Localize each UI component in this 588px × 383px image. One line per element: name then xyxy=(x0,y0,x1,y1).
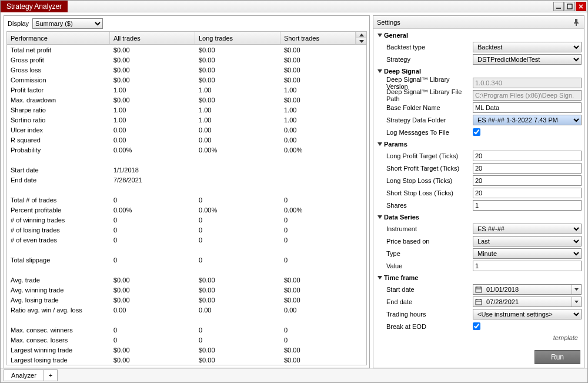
base-folder-label: Base Folder Name xyxy=(376,104,473,111)
display-select[interactable]: Summary ($) xyxy=(32,18,103,29)
chevron-down-icon[interactable] xyxy=(356,38,366,44)
instrument-label: Instrument xyxy=(376,225,473,232)
run-button[interactable]: Run xyxy=(534,350,580,364)
metric-short: 0 xyxy=(280,337,366,344)
metric-short: $0.00 xyxy=(280,287,366,294)
chevron-down-icon[interactable] xyxy=(572,297,581,307)
metric-all: $0.00 xyxy=(110,287,195,294)
metric-label: Gross loss xyxy=(7,66,110,74)
svg-marker-5 xyxy=(359,40,364,43)
price-based-select[interactable]: Last xyxy=(473,236,582,247)
performance-panel: Display Summary ($) Performance All trad… xyxy=(4,15,370,368)
maximize-button[interactable] xyxy=(564,2,575,11)
table-row: Max. consec. winners000 xyxy=(7,325,366,335)
metric-long: $0.00 xyxy=(195,277,280,284)
metric-long: $0.00 xyxy=(195,96,280,104)
metric-short: $0.00 xyxy=(280,357,366,364)
svg-marker-4 xyxy=(359,34,364,36)
table-row: Largest losing trade$0.00$0.00$0.00 xyxy=(7,355,366,365)
long-stop-label: Long Stop Loss (Ticks) xyxy=(376,177,473,184)
section-deep-signal[interactable]: Deep Signal xyxy=(376,66,582,76)
metric-all: 0 xyxy=(110,327,195,334)
end-date-picker[interactable]: 07/28/2021 xyxy=(473,297,582,307)
display-label: Display xyxy=(8,20,29,27)
metric-all: 1.00 xyxy=(110,116,195,124)
metric-all: 0.00 xyxy=(110,307,195,314)
table-row: Largest winning trade$0.00$0.00$0.00 xyxy=(7,345,366,355)
lib-path-label: Deep Signal™ Library File Path xyxy=(376,88,473,102)
strategy-folder-label: Strategy Data Folder xyxy=(376,116,473,124)
section-time-frame[interactable]: Time frame xyxy=(376,272,582,283)
minimize-button[interactable] xyxy=(553,2,564,11)
metric-long: 0 xyxy=(195,197,280,204)
long-profit-field[interactable] xyxy=(473,151,582,161)
long-stop-field[interactable] xyxy=(473,175,582,186)
section-general[interactable]: General xyxy=(376,30,582,41)
table-row: Commission$0.00$0.00$0.00 xyxy=(7,75,366,85)
template-link[interactable]: template xyxy=(376,333,582,342)
long-profit-label: Long Profit Target (Ticks) xyxy=(376,152,473,159)
break-eod-checkbox[interactable] xyxy=(473,322,480,330)
lib-path-field xyxy=(473,90,582,101)
metric-short: 0.00 xyxy=(280,136,366,144)
metric-label: # of winning trades xyxy=(7,217,110,224)
type-select[interactable]: Minute xyxy=(473,248,582,259)
metric-long: 0 xyxy=(195,237,280,244)
metric-long: 0.00 xyxy=(195,126,280,134)
metric-all: 0 xyxy=(110,257,195,264)
strategy-folder-select[interactable]: ES ##-## 1-3-2022 7.43 PM xyxy=(473,115,582,125)
metric-short: 0 xyxy=(280,227,366,234)
metric-label: Largest winning trade xyxy=(7,347,110,354)
chevron-down-icon xyxy=(377,214,383,220)
break-eod-label: Break at EOD xyxy=(376,323,473,330)
metric-label: Ratio avg. win / avg. loss xyxy=(7,307,110,314)
metric-all: 0.00 xyxy=(110,126,195,134)
metric-long: 1.00 xyxy=(195,116,280,124)
trading-hours-select[interactable]: <Use instrument settings> xyxy=(473,309,582,319)
section-data-series[interactable]: Data Series xyxy=(376,212,582,222)
metric-all: $0.00 xyxy=(110,96,195,104)
backtest-type-select[interactable]: Backtest xyxy=(473,42,582,52)
metric-short: 0.00% xyxy=(280,207,366,214)
table-row: Start date1/1/2018 xyxy=(7,165,366,175)
metric-long: 0 xyxy=(195,327,280,334)
chevron-down-icon[interactable] xyxy=(572,285,581,294)
base-folder-field[interactable] xyxy=(473,102,582,113)
short-stop-field[interactable] xyxy=(473,188,582,198)
metric-short: 0.00% xyxy=(280,146,366,154)
performance-table-body[interactable]: Total net profit$0.00$0.00$0.00Gross pro… xyxy=(7,45,366,365)
metric-all: $0.00 xyxy=(110,66,195,74)
metric-label: Largest losing trade xyxy=(7,357,110,364)
chevron-up-icon[interactable] xyxy=(356,32,366,38)
pin-icon[interactable] xyxy=(572,18,580,26)
start-date-picker[interactable]: 01/01/2018 xyxy=(473,284,582,295)
metric-long: 0 xyxy=(195,257,280,264)
metric-label: Avg. trade xyxy=(7,277,110,284)
log-messages-checkbox[interactable] xyxy=(473,128,480,136)
short-profit-field[interactable] xyxy=(473,163,582,174)
window-title: Strategy Analyzer xyxy=(1,1,68,12)
metric-label: Avg. winning trade xyxy=(7,287,110,294)
metric-all: 1/1/2018 xyxy=(110,166,195,174)
value-field[interactable] xyxy=(473,261,582,271)
table-row: Total # of trades000 xyxy=(7,195,366,205)
add-tab-button[interactable]: + xyxy=(44,369,58,381)
svg-marker-20 xyxy=(574,301,579,303)
metric-label: # of even trades xyxy=(7,237,110,244)
metric-all: 0.00 xyxy=(110,136,195,144)
log-messages-label: Log Messages To File xyxy=(376,129,473,136)
instrument-select[interactable]: ES ##-## xyxy=(473,224,582,234)
close-button[interactable] xyxy=(576,2,586,11)
metric-short: 1.00 xyxy=(280,106,366,114)
metric-label: Total # of trades xyxy=(7,197,110,204)
strategy-select[interactable]: DSTPredictModelTest xyxy=(473,54,582,65)
metric-all: $0.00 xyxy=(110,76,195,84)
table-row: Gross loss$0.00$0.00$0.00 xyxy=(7,65,366,75)
lib-version-field xyxy=(473,78,582,88)
shares-field[interactable] xyxy=(473,200,582,211)
backtest-type-label: Backtest type xyxy=(376,44,473,51)
section-params[interactable]: Params xyxy=(376,139,582,149)
tab-analyzer[interactable]: Analyzer xyxy=(4,369,44,381)
metric-short: 0 xyxy=(280,217,366,224)
header-spinner[interactable] xyxy=(356,32,366,44)
